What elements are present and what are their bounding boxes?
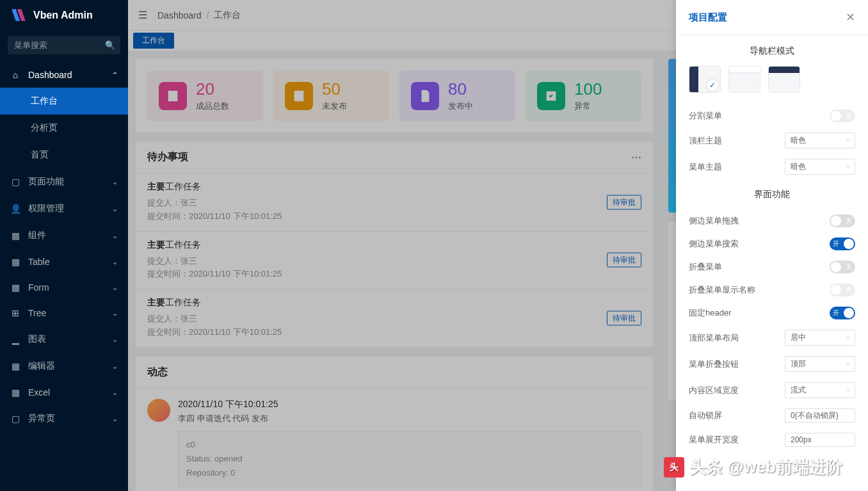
chevron-up-icon: ⌃ [112,71,118,79]
chevron-down-icon: ⌄ [112,205,118,213]
switch-collapse-show-name[interactable]: 关 [830,284,855,296]
watermark: 头 头条 @web前端进阶 [664,456,842,478]
table-icon: ▦ [10,257,20,267]
chevron-down-icon: ⌄ [112,415,118,423]
select-top-menu-layout[interactable]: 居中 [785,330,855,346]
chevron-down-icon: ⌄ [112,389,118,397]
app-name: Vben Admin [33,10,93,21]
switch-fixed-header[interactable]: 开 [830,307,855,319]
menu-label: 权限管理 [28,203,64,214]
form-icon: ▦ [10,282,20,293]
chevron-down-icon: ⌄ [112,284,118,292]
menu-label: Form [28,282,49,293]
setting-auto-lock: 自动锁屏 [689,403,855,428]
menu-page-func[interactable]: ▢页面功能⌄ [0,168,128,195]
chevron-down-icon: ⌄ [112,232,118,240]
setting-menu-theme: 菜单主题暗色 [689,154,855,180]
switch-side-search[interactable]: 开 [830,237,855,250]
setting-top-menu-layout: 顶部菜单布局居中 [689,325,855,351]
chevron-down-icon: ⌄ [112,178,118,186]
input-menu-width[interactable] [785,433,855,447]
menu-label: 页面功能 [28,176,64,188]
setting-side-drag: 侧边菜单拖拽关 [689,209,855,232]
close-icon[interactable]: ✕ [846,10,855,24]
grid-icon: ▦ [10,230,20,241]
search-icon[interactable]: 🔍 [105,40,115,50]
setting-label: 菜单折叠按钮 [689,358,739,370]
exception-icon: ▢ [10,414,20,424]
setting-collapse-menu: 折叠菜单关 [689,255,855,278]
drawer-header: 项目配置 ✕ [676,0,868,35]
section-nav-mode: 导航栏模式 [689,45,855,57]
select-content-width[interactable]: 流式 [785,382,855,398]
menu-tree[interactable]: ⊞Tree⌄ [0,300,128,326]
setting-split-menu: 分割菜单关 [689,104,855,127]
excel-icon: ▦ [10,387,20,398]
select-menu-theme[interactable]: 暗色 [785,159,855,175]
setting-label: 折叠菜单 [689,261,722,273]
nav-mode-dark-top[interactable] [768,66,800,93]
input-auto-lock[interactable] [785,408,855,423]
menu-label: Dashboard [28,70,72,80]
chevron-down-icon: ⌄ [112,362,118,371]
chevron-down-icon: ⌄ [112,335,118,344]
setting-label: 折叠菜单显示名称 [689,284,755,296]
menu-search: 🔍 [8,36,120,54]
submenu-analysis[interactable]: 分析页 [0,115,128,141]
menu-dashboard[interactable]: ⌂Dashboard ⌃ [0,62,128,88]
setting-label: 顶部菜单布局 [689,332,739,344]
chevron-down-icon: ⌄ [112,309,118,318]
setting-fixed-header: 固定header开 [689,302,855,325]
setting-collapse-btn: 菜单折叠按钮顶部 [689,351,855,377]
setting-label: 顶栏主题 [689,135,722,147]
nav-mode-topbar[interactable] [728,66,760,93]
switch-side-drag[interactable]: 关 [830,214,855,227]
select-topbar-theme[interactable]: 暗色 [785,133,855,149]
setting-collapse-show-name: 折叠菜单显示名称关 [689,278,855,302]
menu-exception[interactable]: ▢异常页⌄ [0,405,128,432]
menu-label: Excel [28,387,50,398]
logo-icon [10,7,27,24]
menu-form[interactable]: ▦Form⌄ [0,275,128,300]
drawer-title: 项目配置 [689,12,727,24]
check-icon: ✓ [707,79,718,91]
editor-icon: ▦ [10,361,20,371]
menu-editor[interactable]: ▦编辑器⌄ [0,353,128,380]
switch-collapse-menu[interactable]: 关 [830,261,855,273]
settings-drawer: 项目配置 ✕ 导航栏模式 ✓ 分割菜单关 顶栏主题暗色 菜单主题暗色 界面功能 … [676,0,868,491]
menu-excel[interactable]: ▦Excel⌄ [0,380,128,405]
search-input[interactable] [8,36,120,54]
setting-label: 自动锁屏 [689,410,722,421]
menu-label: 图表 [28,334,46,345]
toutiao-icon: 头 [664,457,684,478]
logo-area: Vben Admin [0,0,128,31]
setting-label: 内容区域宽度 [689,385,739,396]
user-icon: 👤 [10,204,20,214]
menu-table[interactable]: ▦Table⌄ [0,249,128,275]
chevron-down-icon: ⌄ [112,258,118,266]
select-collapse-btn[interactable]: 顶部 [785,356,855,372]
setting-menu-width: 菜单展开宽度 [689,428,855,452]
menu-label: 异常页 [28,413,55,424]
submenu-home[interactable]: 首页 [0,141,128,168]
setting-side-search: 侧边菜单搜索开 [689,232,855,255]
menu-label: 编辑器 [28,360,55,372]
menu-chart[interactable]: ▁图表⌄ [0,326,128,353]
section-ui-func: 界面功能 [689,189,855,200]
menu-label: Table [28,257,49,267]
setting-label: 分割菜单 [689,110,722,122]
setting-label: 菜单展开宽度 [689,434,739,446]
switch-split-menu[interactable]: 关 [830,109,855,122]
tree-icon: ⊞ [10,308,20,318]
setting-label: 固定header [689,307,731,319]
menu-permission[interactable]: 👤权限管理⌄ [0,195,128,222]
nav-mode-sidebar[interactable]: ✓ [689,66,721,93]
page-icon: ▢ [10,177,20,187]
menu-label: Tree [28,308,46,318]
menu-component[interactable]: ▦组件⌄ [0,222,128,249]
drawer-body: 导航栏模式 ✓ 分割菜单关 顶栏主题暗色 菜单主题暗色 界面功能 侧边菜单拖拽关… [676,35,868,462]
menu-label: 组件 [28,230,46,241]
submenu-workspace[interactable]: 工作台 [0,88,128,115]
chart-icon: ▁ [10,334,20,344]
setting-topbar-theme: 顶栏主题暗色 [689,127,855,154]
